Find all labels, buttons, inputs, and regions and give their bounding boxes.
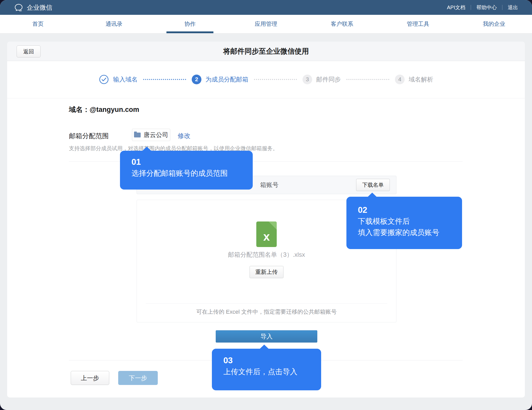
wecom-admin-window: 企业微信 API文档 帮助中心 退出 首页 通讯录 协作 应用管理 客户联系 管… (0, 0, 532, 410)
excel-letter: x (256, 221, 277, 247)
active-tab-underline (166, 31, 213, 33)
step-number: 2 (192, 75, 201, 84)
step-label: 输入域名 (113, 75, 138, 84)
folder-icon (134, 133, 141, 137)
guide-tooltip-01: 01 选择分配邮箱账号的成员范围 (120, 151, 253, 190)
nav-item-apps[interactable]: 应用管理 (228, 15, 304, 33)
logout-link[interactable]: 退出 (502, 4, 523, 11)
tooltip-arrow-up (367, 193, 377, 197)
guide-tooltip-03: 03 上传文件后，点击导入 (212, 349, 321, 390)
tooltip-text: 上传文件后，点击导入 (223, 366, 321, 377)
scope-org-name: 唐云公司 (144, 131, 168, 139)
card-titlebar: 将邮件同步至企业微信使用 返回 (7, 42, 525, 61)
modify-scope-link[interactable]: 修改 (178, 132, 190, 140)
topbar: 企业微信 API文档 帮助中心 退出 (0, 0, 532, 15)
step-domain-resolution: 4 域名解析 (395, 75, 433, 84)
step-label: 域名解析 (409, 75, 433, 84)
step-number: 4 (395, 75, 405, 84)
main-nav: 首页 通讯录 协作 应用管理 客户联系 管理工具 我的企业 (0, 15, 532, 33)
step-done-check-icon (99, 74, 109, 85)
download-list-button[interactable]: 下载名单 (356, 179, 390, 191)
page-title: 将邮件同步至企业微信使用 (7, 42, 525, 61)
nav-item-collaboration[interactable]: 协作 (152, 15, 228, 33)
import-button[interactable]: 导入 (216, 330, 317, 343)
brand: 企业微信 (14, 3, 52, 12)
domain-line: 域名：@tangyun.com (69, 105, 139, 114)
stepper-connector (346, 79, 389, 80)
guide-tooltip-02: 02 下载模板文件后 填入需要搬家的成员账号 (346, 197, 462, 249)
step-label: 为成员分配邮箱 (205, 75, 248, 84)
wecom-logo-icon (14, 3, 23, 12)
reupload-button[interactable]: 重新上传 (250, 266, 284, 278)
scope-label: 邮箱分配范围 (69, 132, 109, 140)
back-button[interactable]: 返回 (17, 45, 41, 57)
previous-step-button[interactable]: 上一步 (71, 371, 109, 385)
help-center-link[interactable]: 帮助中心 (471, 4, 502, 11)
step-label: 邮件同步 (316, 75, 341, 84)
step-assign-mailboxes: 2 为成员分配邮箱 (192, 75, 248, 84)
nav-item-home[interactable]: 首页 (0, 15, 76, 33)
tooltip-text: 下载模板文件后 (358, 216, 462, 227)
uploaded-file-name: 邮箱分配范围名单（3）.xlsx (137, 251, 396, 259)
excel-file-icon: x (256, 221, 277, 247)
api-docs-link[interactable]: API文档 (442, 4, 471, 11)
member-list-bar-text-fragment: 箱账号 (260, 176, 279, 194)
nav-item-my-company[interactable]: 我的企业 (456, 15, 532, 33)
step-number: 3 (303, 75, 312, 84)
domain-label: 域名： (69, 106, 90, 113)
next-step-button-disabled[interactable]: 下一步 (118, 371, 158, 385)
tooltip-arrow-up (142, 147, 152, 151)
step-mail-sync: 3 邮件同步 (303, 75, 341, 84)
nav-item-admin-tools[interactable]: 管理工具 (380, 15, 456, 33)
wizard-stepper: 输入域名 2 为成员分配邮箱 3 邮件同步 4 域名解析 (7, 61, 525, 98)
tooltip-text: 填入需要搬家的成员账号 (358, 227, 462, 238)
nav-item-customers[interactable]: 客户联系 (304, 15, 380, 33)
tooltip-number: 02 (358, 204, 462, 216)
brand-name: 企业微信 (27, 3, 52, 12)
nav-item-collaboration-label: 协作 (184, 20, 196, 28)
scope-org-chip: 唐云公司 (132, 129, 170, 141)
upload-hint-text: 可在上传的 Excel 文件中，指定需要迁移的公共邮箱账号 (137, 308, 396, 316)
upload-divider (146, 303, 387, 303)
screen: 企业微信 API文档 帮助中心 退出 首页 通讯录 协作 应用管理 客户联系 管… (0, 0, 532, 410)
tooltip-number: 03 (223, 355, 321, 366)
tooltip-text: 选择分配邮箱账号的成员范围 (131, 168, 253, 179)
domain-value: @tangyun.com (90, 106, 139, 113)
stepper-connector (143, 79, 186, 80)
tooltip-arrow-up (259, 345, 269, 349)
step-enter-domain: 输入域名 (99, 74, 138, 85)
tooltip-number: 01 (131, 156, 253, 168)
topbar-links: API文档 帮助中心 退出 (442, 4, 523, 11)
stepper-connector (254, 79, 297, 80)
nav-item-contacts[interactable]: 通讯录 (76, 15, 152, 33)
